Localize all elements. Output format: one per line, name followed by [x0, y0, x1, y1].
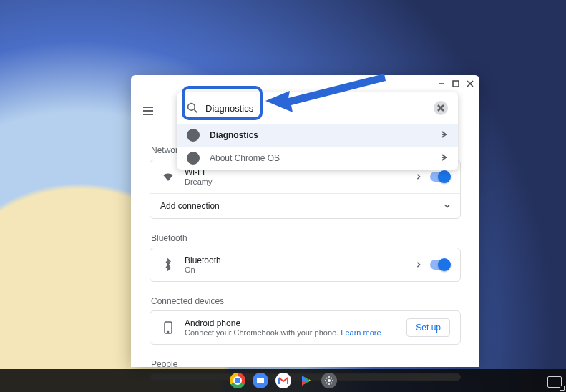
minimize-button[interactable]	[436, 79, 447, 89]
status-tray-icon[interactable]	[547, 376, 562, 388]
settings-content: Network Wi-Fi Dreamy Add connection Blue…	[150, 141, 461, 381]
close-button[interactable]	[465, 79, 475, 89]
bluetooth-label: Bluetooth	[185, 255, 416, 265]
menu-icon[interactable]	[140, 102, 157, 119]
settings-app-icon[interactable]	[321, 373, 337, 388]
search-result-about[interactable]: About Chrome OS	[177, 147, 458, 170]
search-result-label: Diagnostics	[210, 130, 441, 140]
bluetooth-card: Bluetooth On	[150, 248, 461, 282]
arrow-right-icon	[441, 153, 448, 163]
bluetooth-row[interactable]: Bluetooth On	[150, 248, 460, 281]
android-phone-label: Android phone	[185, 318, 406, 328]
search-input[interactable]	[198, 103, 434, 114]
gmail-app-icon[interactable]	[275, 373, 291, 388]
search-result-label: About Chrome OS	[210, 153, 441, 163]
chrome-icon	[187, 152, 200, 165]
svg-point-4	[167, 331, 168, 332]
search-panel: Diagnostics About Chrome OS	[177, 92, 458, 170]
chrome-app-icon[interactable]	[230, 373, 245, 388]
clear-search-button[interactable]	[434, 101, 448, 115]
android-phone-sub: Connect your Chromebook with your phone.…	[185, 328, 406, 337]
bluetooth-icon	[160, 257, 176, 273]
window-controls	[436, 79, 475, 89]
add-connection-row[interactable]: Add connection	[150, 193, 460, 218]
bluetooth-sub: On	[185, 265, 416, 274]
connected-card: Android phone Connect your Chromebook wi…	[150, 310, 461, 345]
shelf	[0, 369, 566, 392]
bluetooth-toggle[interactable]	[430, 260, 450, 270]
settings-window: Diagnostics About Chrome OS Network Wi-F…	[131, 75, 479, 367]
chevron-right-icon	[416, 260, 421, 270]
wifi-toggle[interactable]	[430, 172, 450, 182]
section-title-connected: Connected devices	[151, 296, 459, 306]
svg-point-1	[188, 104, 195, 111]
section-title-people: People	[151, 359, 459, 369]
close-icon	[437, 104, 444, 112]
section-title-bluetooth: Bluetooth	[151, 233, 459, 243]
phone-icon	[160, 320, 176, 335]
svg-point-9	[328, 379, 331, 382]
wifi-sub: Dreamy	[185, 177, 416, 186]
learn-more-link[interactable]: Learn more	[341, 328, 381, 337]
chevron-down-icon	[444, 201, 450, 211]
chevron-right-icon	[416, 172, 421, 182]
arrow-right-icon	[441, 130, 448, 140]
search-row	[177, 92, 458, 124]
svg-rect-0	[453, 81, 459, 87]
wifi-icon	[160, 169, 176, 185]
maximize-button[interactable]	[451, 79, 461, 89]
android-phone-row: Android phone Connect your Chromebook wi…	[150, 311, 460, 344]
play-store-app-icon[interactable]	[298, 373, 314, 388]
files-app-icon[interactable]	[253, 373, 268, 388]
add-connection-label: Add connection	[160, 201, 444, 211]
setup-button[interactable]: Set up	[406, 318, 450, 337]
chrome-icon	[187, 129, 200, 142]
search-result-diagnostics[interactable]: Diagnostics	[177, 124, 458, 147]
search-icon	[187, 102, 198, 114]
